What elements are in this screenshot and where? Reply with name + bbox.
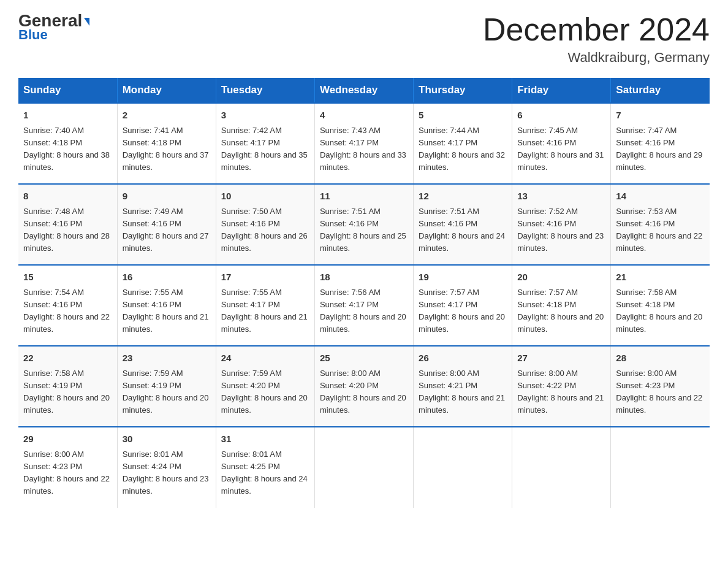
day-info: Sunrise: 7:55 AMSunset: 4:16 PMDaylight:… [123, 286, 211, 336]
day-number: 30 [123, 432, 211, 446]
calendar-week-row: 22Sunrise: 7:58 AMSunset: 4:19 PMDayligh… [18, 346, 710, 427]
day-number: 3 [221, 109, 309, 123]
day-info: Sunrise: 7:59 AMSunset: 4:19 PMDaylight:… [123, 367, 211, 417]
col-friday: Friday [512, 78, 611, 103]
table-cell: 27Sunrise: 8:00 AMSunset: 4:22 PMDayligh… [512, 346, 611, 427]
day-number: 4 [320, 109, 408, 123]
table-cell: 29Sunrise: 8:00 AMSunset: 4:23 PMDayligh… [18, 427, 117, 507]
day-info: Sunrise: 8:00 AMSunset: 4:20 PMDaylight:… [320, 367, 408, 417]
day-number: 26 [419, 351, 507, 366]
day-info: Sunrise: 7:40 AMSunset: 4:18 PMDaylight:… [23, 124, 112, 174]
day-number: 8 [23, 190, 112, 204]
day-number: 6 [517, 109, 605, 123]
day-number: 24 [221, 351, 309, 366]
table-cell: 6Sunrise: 7:45 AMSunset: 4:16 PMDaylight… [512, 103, 611, 184]
day-info: Sunrise: 8:00 AMSunset: 4:22 PMDaylight:… [517, 367, 605, 417]
day-number: 18 [320, 270, 408, 285]
title-block: December 2024 Waldkraiburg, Germany [483, 12, 710, 66]
day-number: 17 [221, 270, 309, 285]
table-cell: 12Sunrise: 7:51 AMSunset: 4:16 PMDayligh… [414, 184, 512, 265]
table-cell: 24Sunrise: 7:59 AMSunset: 4:20 PMDayligh… [216, 346, 314, 427]
calendar-table: Sunday Monday Tuesday Wednesday Thursday… [18, 78, 710, 507]
day-number: 25 [320, 351, 408, 366]
day-info: Sunrise: 7:45 AMSunset: 4:16 PMDaylight:… [517, 124, 605, 174]
table-cell: 30Sunrise: 8:01 AMSunset: 4:24 PMDayligh… [117, 427, 216, 507]
table-cell: 31Sunrise: 8:01 AMSunset: 4:25 PMDayligh… [216, 427, 314, 507]
day-number: 7 [616, 109, 705, 123]
day-info: Sunrise: 7:41 AMSunset: 4:18 PMDaylight:… [123, 124, 211, 174]
page-header: General Blue December 2024 Waldkraiburg,… [18, 12, 710, 66]
day-number: 1 [23, 109, 112, 123]
table-cell [314, 427, 413, 507]
table-cell: 21Sunrise: 7:58 AMSunset: 4:18 PMDayligh… [611, 265, 710, 346]
table-cell: 10Sunrise: 7:50 AMSunset: 4:16 PMDayligh… [216, 184, 314, 265]
table-cell: 25Sunrise: 8:00 AMSunset: 4:20 PMDayligh… [314, 346, 413, 427]
day-number: 13 [517, 190, 605, 204]
table-cell: 9Sunrise: 7:49 AMSunset: 4:16 PMDaylight… [117, 184, 216, 265]
day-info: Sunrise: 7:58 AMSunset: 4:18 PMDaylight:… [616, 286, 705, 336]
day-number: 20 [517, 270, 605, 285]
col-thursday: Thursday [414, 78, 512, 103]
day-info: Sunrise: 7:55 AMSunset: 4:17 PMDaylight:… [221, 286, 309, 336]
day-number: 31 [221, 432, 309, 446]
col-tuesday: Tuesday [216, 78, 314, 103]
logo-bottom: Blue [18, 27, 48, 43]
day-number: 14 [616, 190, 705, 204]
table-cell: 15Sunrise: 7:54 AMSunset: 4:16 PMDayligh… [18, 265, 117, 346]
day-number: 19 [419, 270, 507, 285]
day-number: 9 [123, 190, 211, 204]
calendar-week-row: 1Sunrise: 7:40 AMSunset: 4:18 PMDaylight… [18, 103, 710, 184]
table-cell: 26Sunrise: 8:00 AMSunset: 4:21 PMDayligh… [414, 346, 512, 427]
day-number: 23 [123, 351, 211, 366]
day-info: Sunrise: 7:51 AMSunset: 4:16 PMDaylight:… [320, 205, 408, 255]
day-number: 27 [517, 351, 605, 366]
calendar-header-row: Sunday Monday Tuesday Wednesday Thursday… [18, 78, 710, 103]
table-cell: 2Sunrise: 7:41 AMSunset: 4:18 PMDaylight… [117, 103, 216, 184]
calendar-week-row: 15Sunrise: 7:54 AMSunset: 4:16 PMDayligh… [18, 265, 710, 346]
calendar-week-row: 8Sunrise: 7:48 AMSunset: 4:16 PMDaylight… [18, 184, 710, 265]
day-info: Sunrise: 7:57 AMSunset: 4:17 PMDaylight:… [419, 286, 507, 336]
table-cell: 19Sunrise: 7:57 AMSunset: 4:17 PMDayligh… [414, 265, 512, 346]
day-info: Sunrise: 7:52 AMSunset: 4:16 PMDaylight:… [517, 205, 605, 255]
table-cell: 18Sunrise: 7:56 AMSunset: 4:17 PMDayligh… [314, 265, 413, 346]
table-cell: 23Sunrise: 7:59 AMSunset: 4:19 PMDayligh… [117, 346, 216, 427]
table-cell: 14Sunrise: 7:53 AMSunset: 4:16 PMDayligh… [611, 184, 710, 265]
col-wednesday: Wednesday [314, 78, 413, 103]
day-info: Sunrise: 8:00 AMSunset: 4:23 PMDaylight:… [23, 448, 112, 498]
logo: General Blue [18, 12, 89, 43]
table-cell: 4Sunrise: 7:43 AMSunset: 4:17 PMDaylight… [314, 103, 413, 184]
day-info: Sunrise: 8:00 AMSunset: 4:23 PMDaylight:… [616, 367, 705, 417]
table-cell [611, 427, 710, 507]
calendar-week-row: 29Sunrise: 8:00 AMSunset: 4:23 PMDayligh… [18, 427, 710, 507]
day-info: Sunrise: 7:50 AMSunset: 4:16 PMDaylight:… [221, 205, 309, 255]
day-info: Sunrise: 7:53 AMSunset: 4:16 PMDaylight:… [616, 205, 705, 255]
day-info: Sunrise: 8:01 AMSunset: 4:24 PMDaylight:… [123, 448, 211, 498]
day-number: 29 [23, 432, 112, 446]
day-info: Sunrise: 7:51 AMSunset: 4:16 PMDaylight:… [419, 205, 507, 255]
table-cell: 11Sunrise: 7:51 AMSunset: 4:16 PMDayligh… [314, 184, 413, 265]
day-number: 28 [616, 351, 705, 366]
day-info: Sunrise: 7:49 AMSunset: 4:16 PMDaylight:… [123, 205, 211, 255]
day-number: 10 [221, 190, 309, 204]
table-cell: 20Sunrise: 7:57 AMSunset: 4:18 PMDayligh… [512, 265, 611, 346]
day-number: 12 [419, 190, 507, 204]
day-number: 2 [123, 109, 211, 123]
table-cell: 7Sunrise: 7:47 AMSunset: 4:16 PMDaylight… [611, 103, 710, 184]
location-title: Waldkraiburg, Germany [483, 50, 710, 66]
day-info: Sunrise: 7:57 AMSunset: 4:18 PMDaylight:… [517, 286, 605, 336]
day-number: 15 [23, 270, 112, 285]
day-info: Sunrise: 7:42 AMSunset: 4:17 PMDaylight:… [221, 124, 309, 174]
col-sunday: Sunday [18, 78, 117, 103]
day-info: Sunrise: 7:44 AMSunset: 4:17 PMDaylight:… [419, 124, 507, 174]
day-info: Sunrise: 7:48 AMSunset: 4:16 PMDaylight:… [23, 205, 112, 255]
day-info: Sunrise: 7:56 AMSunset: 4:17 PMDaylight:… [320, 286, 408, 336]
day-info: Sunrise: 8:00 AMSunset: 4:21 PMDaylight:… [419, 367, 507, 417]
table-cell: 5Sunrise: 7:44 AMSunset: 4:17 PMDaylight… [414, 103, 512, 184]
day-number: 22 [23, 351, 112, 366]
day-number: 16 [123, 270, 211, 285]
day-info: Sunrise: 8:01 AMSunset: 4:25 PMDaylight:… [221, 448, 309, 498]
day-info: Sunrise: 7:43 AMSunset: 4:17 PMDaylight:… [320, 124, 408, 174]
table-cell: 13Sunrise: 7:52 AMSunset: 4:16 PMDayligh… [512, 184, 611, 265]
table-cell: 3Sunrise: 7:42 AMSunset: 4:17 PMDaylight… [216, 103, 314, 184]
month-title: December 2024 [483, 12, 710, 47]
